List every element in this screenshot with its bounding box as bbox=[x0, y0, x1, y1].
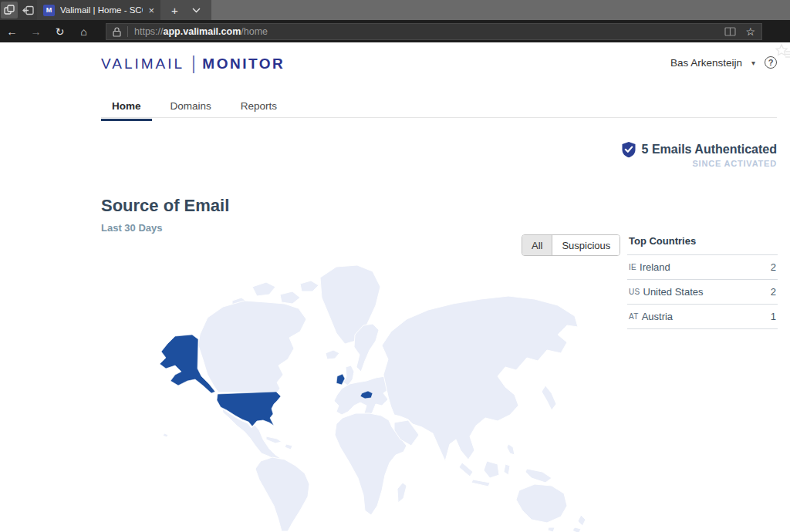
tab-list-chevron-icon[interactable] bbox=[192, 8, 201, 13]
map-hispaniola bbox=[285, 444, 292, 450]
shield-check-icon bbox=[621, 141, 636, 158]
browser-tab-title: Valimail | Home - SCCT bbox=[60, 5, 143, 15]
map-sulawesi bbox=[504, 464, 510, 475]
map-ireland-highlighted[interactable] bbox=[336, 374, 345, 385]
map-hawaii bbox=[163, 433, 168, 437]
filter-all-button[interactable]: All bbox=[522, 235, 552, 255]
map-great-britain bbox=[343, 365, 354, 386]
map-philippines bbox=[507, 444, 515, 455]
lock-icon bbox=[113, 27, 121, 37]
stat-headline: 5 Emails Authenticated bbox=[642, 143, 777, 157]
map-arctic-island bbox=[252, 282, 275, 296]
address-bar[interactable]: https://app.valimail.com/home ☆ bbox=[106, 23, 762, 40]
country-code: IE bbox=[629, 263, 636, 271]
hub-favorites-icon[interactable] bbox=[775, 44, 790, 59]
browser-tab-bar: M Valimail | Home - SCCT × + bbox=[0, 0, 790, 20]
map-tasmania bbox=[548, 527, 555, 532]
back-icon[interactable]: ← bbox=[0, 25, 24, 38]
top-countries-title: Top Countries bbox=[627, 231, 778, 255]
map-japan bbox=[542, 386, 556, 410]
world-map bbox=[101, 261, 613, 532]
valimail-favicon-icon: M bbox=[43, 5, 55, 16]
country-count: 1 bbox=[771, 311, 776, 322]
map-borneo bbox=[484, 461, 499, 478]
emails-authenticated-stat: 5 Emails Authenticated bbox=[621, 141, 777, 158]
filter-suspicious-button[interactable]: Suspicious bbox=[552, 235, 620, 255]
page-subtitle: Last 30 Days bbox=[101, 222, 163, 234]
country-row-united-states[interactable]: US United States 2 bbox=[627, 280, 778, 305]
map-south-america bbox=[255, 457, 309, 531]
home-icon[interactable]: ⌂ bbox=[72, 25, 96, 38]
map-scandinavia bbox=[354, 324, 379, 372]
country-code: US bbox=[629, 288, 640, 296]
map-filter-toggle: All Suspicious bbox=[522, 234, 620, 256]
country-row-austria[interactable]: AT Austria 1 bbox=[627, 305, 778, 329]
header-divider bbox=[101, 117, 777, 118]
map-new-zealand bbox=[572, 527, 581, 532]
forward-icon[interactable]: → bbox=[24, 25, 48, 38]
country-name: United States bbox=[643, 286, 771, 298]
map-new-zealand bbox=[578, 515, 586, 526]
stat-subline: SINCE ACTIVATED bbox=[692, 159, 777, 168]
country-code: AT bbox=[629, 312, 639, 321]
map-arctic-island bbox=[280, 291, 300, 304]
reading-view-icon[interactable] bbox=[724, 27, 736, 36]
tab-corner-buttons bbox=[0, 0, 37, 20]
browser-nav-bar: ← → ↻ ⌂ https://app.valimail.com/home ☆ bbox=[0, 20, 790, 42]
country-row-ireland[interactable]: IE Ireland 2 bbox=[627, 255, 778, 280]
logo-valimail-text: VALIMAIL bbox=[101, 56, 184, 72]
tab-close-icon[interactable]: × bbox=[148, 5, 154, 15]
page-title: Source of Email bbox=[101, 196, 229, 216]
map-australia bbox=[516, 484, 567, 523]
map-madagascar bbox=[397, 483, 407, 503]
tab-bar-actions: + bbox=[160, 0, 211, 20]
valimail-monitor-logo[interactable]: VALIMAIL | MONITOR bbox=[101, 55, 285, 72]
map-arctic-island bbox=[300, 281, 319, 291]
new-tab-icon[interactable]: + bbox=[171, 5, 178, 16]
country-count: 2 bbox=[771, 261, 776, 273]
set-tabs-aside-icon[interactable] bbox=[19, 2, 36, 19]
map-iceland bbox=[326, 350, 339, 359]
screen: M Valimail | Home - SCCT × + ← → ↻ ⌂ htt… bbox=[0, 0, 790, 532]
country-count: 2 bbox=[771, 286, 776, 298]
country-name: Austria bbox=[642, 311, 771, 322]
map-sumatra bbox=[459, 463, 473, 476]
map-java bbox=[471, 480, 490, 487]
country-name: Ireland bbox=[640, 261, 771, 273]
top-countries-panel: Top Countries IE Ireland 2 US United Sta… bbox=[627, 231, 778, 329]
map-canada bbox=[198, 301, 306, 392]
user-name: Bas Arkensteijn bbox=[670, 57, 742, 69]
map-cuba bbox=[266, 436, 282, 443]
tab-preview-icon[interactable] bbox=[1, 2, 18, 19]
help-icon[interactable]: ? bbox=[765, 56, 777, 69]
browser-tab[interactable]: M Valimail | Home - SCCT × bbox=[37, 0, 160, 20]
favorite-star-icon[interactable]: ☆ bbox=[745, 25, 755, 38]
logo-divider: | bbox=[191, 53, 195, 73]
logo-monitor-text: MONITOR bbox=[202, 56, 285, 72]
address-divider bbox=[127, 26, 128, 37]
refresh-icon[interactable]: ↻ bbox=[48, 25, 72, 38]
chevron-down-icon: ▾ bbox=[751, 59, 755, 67]
user-menu[interactable]: Bas Arkensteijn ▾ ? bbox=[670, 56, 777, 69]
map-new-guinea bbox=[525, 469, 552, 483]
url-text: https://app.valimail.com/home bbox=[134, 26, 718, 37]
map-united-states-highlighted[interactable] bbox=[217, 392, 281, 426]
